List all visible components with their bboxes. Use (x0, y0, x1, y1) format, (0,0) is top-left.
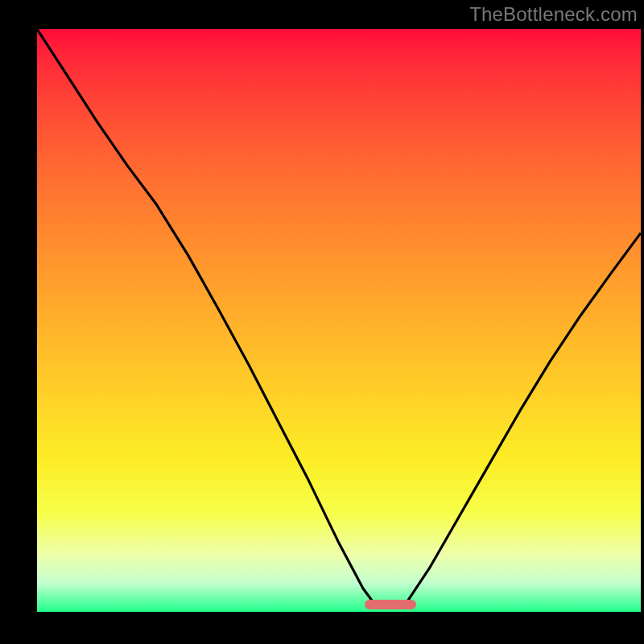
plot-area (37, 29, 641, 612)
curve-right-branch (402, 233, 641, 609)
minimum-marker (365, 600, 416, 609)
curve-layer (37, 29, 641, 612)
curve-left-branch (37, 29, 378, 609)
chart-stage: TheBottleneck.com (0, 0, 644, 644)
watermark-text: TheBottleneck.com (469, 3, 638, 26)
